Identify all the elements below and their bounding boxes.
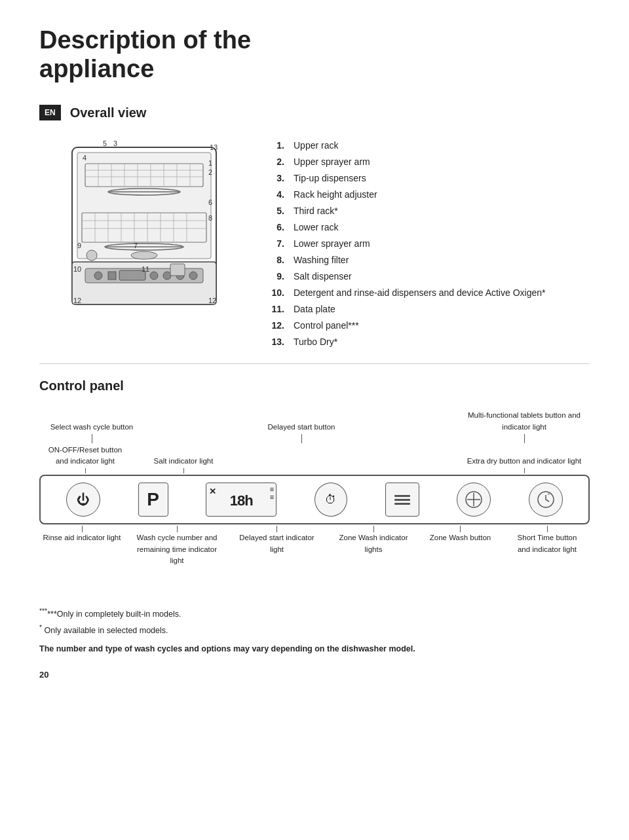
page-number: 20 xyxy=(39,668,590,682)
svg-text:6: 6 xyxy=(208,198,212,206)
footnote-1: ******Only in completely built-in models… xyxy=(39,606,590,622)
svg-rect-39 xyxy=(170,264,185,276)
list-item: 5.Third rack* xyxy=(269,203,548,219)
delayed-start-button[interactable]: ⏱ xyxy=(314,483,347,517)
label-rinse-aid: Rinse aid indicator light xyxy=(39,526,124,543)
label-multi-func: Multi-functional tablets button and indi… xyxy=(459,410,590,443)
page-title: Description of the appliance xyxy=(39,26,590,83)
svg-rect-4 xyxy=(108,272,116,280)
zone-wash-button[interactable] xyxy=(385,483,419,517)
label-select-wash: Select wash cycle button xyxy=(39,422,144,443)
p-button[interactable]: P xyxy=(138,483,168,517)
svg-text:12: 12 xyxy=(73,297,81,304)
svg-point-37 xyxy=(131,251,157,259)
label-salt: Salt indicator light xyxy=(144,456,223,473)
svg-text:8: 8 xyxy=(208,214,212,222)
list-item: 3.Tip-up dispensers xyxy=(269,170,548,187)
lang-badge: EN xyxy=(39,105,61,120)
svg-rect-10 xyxy=(77,153,211,259)
parts-list: 1.Upper rack2.Upper sprayer arm3.Tip-up … xyxy=(269,134,590,350)
label-short-time: Short Time buttonand indicator light xyxy=(505,526,590,555)
svg-point-9 xyxy=(189,272,197,280)
svg-text:13: 13 xyxy=(210,143,218,151)
wash-display: ✕ 18h ≡≡ xyxy=(206,483,276,517)
svg-point-3 xyxy=(94,272,102,280)
appliance-diagram: 5 3 13 4 1 2 6 7 9 8 7 10 11 12 xyxy=(39,134,249,350)
svg-point-38 xyxy=(86,250,97,261)
list-item: 4.Rack height adjuster xyxy=(269,187,548,203)
label-extra-dry: Extra dry button and indicator light xyxy=(459,456,590,473)
list-item: 2.Upper sprayer arm xyxy=(269,154,548,170)
svg-text:12: 12 xyxy=(208,297,216,304)
list-item: 1.Upper rack xyxy=(269,137,548,154)
list-item: 11.Data plate xyxy=(269,301,548,318)
label-on-off: ON-OFF/Reset buttonand indicator light xyxy=(39,445,131,474)
svg-text:3: 3 xyxy=(113,139,117,147)
multifunc-button[interactable] xyxy=(457,483,491,517)
overall-view-heading: Overall view xyxy=(70,103,147,122)
footnote-2: * Only available in selected models. xyxy=(39,622,590,638)
label-delayed-start-ind: Delayed start indicator light xyxy=(235,526,320,555)
list-item: 8.Washing filter xyxy=(269,252,548,268)
list-item: 13.Turbo Dry* xyxy=(269,334,548,350)
control-panel-title: Control panel xyxy=(39,376,590,395)
svg-text:5: 5 xyxy=(103,139,107,147)
svg-text:10: 10 xyxy=(73,265,81,273)
label-wash-cycle: Wash cycle number andremaining time indi… xyxy=(131,526,223,566)
list-item: 12.Control panel*** xyxy=(269,318,548,334)
svg-text:4: 4 xyxy=(83,154,86,162)
control-panel-box: ⏻ P ✕ 18h ≡≡ ⏱ xyxy=(39,475,590,524)
footnote-3: The number and type of wash cycles and o… xyxy=(39,642,590,657)
list-item: 9.Salt dispenser xyxy=(269,268,548,285)
svg-text:2: 2 xyxy=(208,168,212,176)
svg-text:9: 9 xyxy=(77,242,81,249)
svg-text:7: 7 xyxy=(134,242,138,249)
footnotes: ******Only in completely built-in models… xyxy=(39,606,590,657)
svg-text:1: 1 xyxy=(208,159,212,167)
list-item: 7.Lower sprayer arm xyxy=(269,236,548,252)
label-delayed-start: Delayed start button xyxy=(262,422,341,443)
svg-point-6 xyxy=(150,272,158,280)
short-time-button[interactable]: + xyxy=(529,483,563,517)
svg-text:+: + xyxy=(547,491,550,497)
label-zone-wash-btn: Zone Wash button xyxy=(428,526,493,543)
svg-point-7 xyxy=(163,272,171,280)
list-item: 6.Lower rack xyxy=(269,219,548,236)
label-zone-wash-ind: Zone Wash indicator lights xyxy=(331,526,416,555)
control-panel-section: Control panel Select wash cycle button D… xyxy=(39,376,590,566)
on-off-button[interactable]: ⏻ xyxy=(66,483,100,517)
list-item: 10.Detergent and rinse-aid dispensers an… xyxy=(269,285,548,301)
svg-text:11: 11 xyxy=(142,265,149,273)
